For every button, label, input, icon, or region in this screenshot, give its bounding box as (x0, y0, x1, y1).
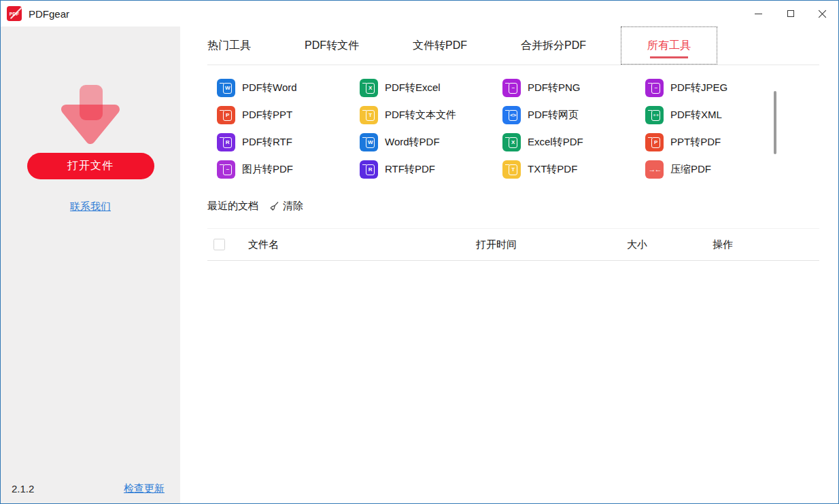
tool-item[interactable]: W Word转PDF (360, 133, 502, 151)
tool-icon-glyph: W (368, 140, 373, 145)
tool-item[interactable]: ∘∘ PDF转XML (645, 106, 788, 124)
column-header-action: 操作 (713, 238, 733, 251)
tool-label: PDF转RTF (242, 136, 292, 149)
tool-icon: W (360, 133, 378, 151)
tool-icon-glyph: X (369, 86, 372, 91)
tool-icon-glyph: T (511, 167, 514, 173)
window-controls (742, 1, 838, 26)
tool-icon: T (360, 106, 378, 124)
contact-us-link[interactable]: 联系我们 (70, 200, 111, 213)
tool-icon-glyph: ∘∘ (653, 113, 659, 118)
tool-icon: R (217, 133, 235, 151)
tool-item[interactable]: X PDF转Excel (360, 79, 502, 97)
tab-file-to-pdf[interactable]: 文件转PDF (413, 26, 467, 65)
column-header-open-time: 打开时间 (476, 238, 517, 251)
titlebar: PDF PDFgear (1, 1, 838, 26)
tool-item[interactable]: P PPT转PDF (645, 133, 788, 151)
tool-icon: W (217, 79, 235, 97)
tool-label: Word转PDF (385, 136, 440, 149)
clear-recent-button[interactable]: 清除 (269, 200, 303, 213)
tool-icon: R (360, 160, 378, 179)
tool-label: 压缩PDF (670, 163, 711, 176)
tool-icon: ~ (217, 160, 235, 179)
tool-label: RTF转PDF (385, 163, 435, 176)
close-icon (818, 10, 827, 18)
column-header-filename: 文件名 (248, 238, 279, 251)
tool-icon: ∘∘ (645, 106, 664, 124)
tool-icon-glyph: R (369, 167, 372, 173)
tool-label: PDF转网页 (528, 109, 579, 122)
tool-label: PDF转PNG (528, 82, 581, 94)
logo-text: PDF (10, 12, 20, 16)
app-title: PDFgear (29, 8, 69, 20)
maximize-button[interactable] (774, 1, 806, 26)
tool-item[interactable]: W PDF转Word (217, 79, 360, 97)
tab-pdf-to-file[interactable]: PDF转文件 (305, 26, 359, 65)
tool-label: 图片转PDF (242, 163, 293, 176)
minimize-icon (755, 14, 762, 14)
tool-icon: P (645, 133, 664, 151)
clear-label: 清除 (283, 200, 303, 213)
tab-bar: 热门工具 PDF转文件 文件转PDF 合并拆分PDF 所有工具 (207, 26, 819, 65)
minimize-button[interactable] (742, 1, 774, 26)
broom-icon (269, 201, 279, 212)
tool-item[interactable]: ~ PDF转PNG (502, 79, 645, 97)
sidebar: 打开文件 联系我们 2.1.2 检查更新 (1, 26, 180, 504)
tool-icon-glyph: T (369, 113, 371, 118)
tool-icon-glyph: ~ (226, 167, 228, 173)
tool-icon: P (217, 106, 235, 124)
tools-grid: W PDF转Word X PDF转Excel ~ PDF转PNG ~ PDF转J… (217, 74, 819, 183)
tool-item[interactable]: ~ 图片转PDF (217, 160, 360, 179)
tool-icon: X (360, 79, 378, 97)
tool-label: Excel转PDF (528, 136, 583, 149)
tool-icon-glyph: ~ (654, 86, 657, 91)
tool-label: PDF转XML (670, 109, 722, 122)
tool-label: PDF转Word (242, 82, 297, 94)
tool-icon-glyph: P (654, 140, 657, 145)
tool-item[interactable]: P PDF转PPT (217, 106, 360, 124)
tab-popular-tools[interactable]: 热门工具 (207, 26, 251, 65)
tool-label: TXT转PDF (528, 163, 577, 176)
tool-label: PDF转PPT (242, 109, 292, 122)
select-all-checkbox[interactable] (213, 239, 225, 251)
tool-label: PDF转Excel (385, 82, 441, 94)
vertical-scrollbar-thumb[interactable] (774, 91, 776, 154)
tool-item[interactable]: R RTF转PDF (360, 160, 502, 179)
tool-icon: ~ (645, 79, 664, 97)
tool-icon-glyph: W (225, 86, 230, 91)
main-panel: 热门工具 PDF转文件 文件转PDF 合并拆分PDF 所有工具 W PDF转Wo… (180, 26, 838, 504)
tool-icon: <> (502, 106, 521, 124)
tool-item[interactable]: R PDF转RTF (217, 133, 360, 151)
tool-icon-glyph: R (226, 140, 229, 145)
close-button[interactable] (806, 1, 838, 26)
tool-label: PPT转PDF (670, 136, 721, 149)
tool-item[interactable]: <> PDF转网页 (502, 106, 645, 124)
check-update-link[interactable]: 检查更新 (124, 482, 165, 495)
maximize-icon (787, 10, 794, 17)
tool-item[interactable]: T TXT转PDF (502, 160, 645, 179)
download-arrow-icon (55, 85, 126, 149)
tool-icon: →← (645, 160, 664, 179)
recent-documents-header: 最近的文档 清除 (207, 200, 819, 213)
tool-item[interactable]: ~ PDF转JPEG (645, 79, 788, 97)
tool-icon: T (502, 160, 521, 179)
tool-icon: ~ (502, 79, 521, 97)
tool-icon-glyph: P (226, 113, 229, 118)
tab-merge-split-pdf[interactable]: 合并拆分PDF (521, 26, 586, 65)
tool-item[interactable]: T PDF转文本文件 (360, 106, 502, 124)
tool-icon: X (502, 133, 521, 151)
version-label: 2.1.2 (12, 483, 34, 494)
recent-documents-title: 最近的文档 (207, 200, 258, 213)
open-file-button[interactable]: 打开文件 (27, 153, 154, 179)
tool-icon-glyph: →← (649, 166, 661, 173)
tool-item[interactable]: →← 压缩PDF (645, 160, 788, 179)
tab-all-tools[interactable]: 所有工具 (621, 26, 717, 65)
tool-label: PDF转JPEG (670, 82, 727, 94)
recent-documents-table-header: 文件名 打开时间 大小 操作 (207, 228, 819, 261)
tool-item[interactable]: X Excel转PDF (502, 133, 645, 151)
column-header-size: 大小 (627, 238, 647, 251)
tool-label: PDF转文本文件 (385, 109, 456, 122)
sidebar-bottom: 2.1.2 检查更新 (12, 482, 165, 495)
tool-icon-glyph: ~ (511, 86, 514, 91)
tool-icon-glyph: <> (510, 113, 515, 118)
